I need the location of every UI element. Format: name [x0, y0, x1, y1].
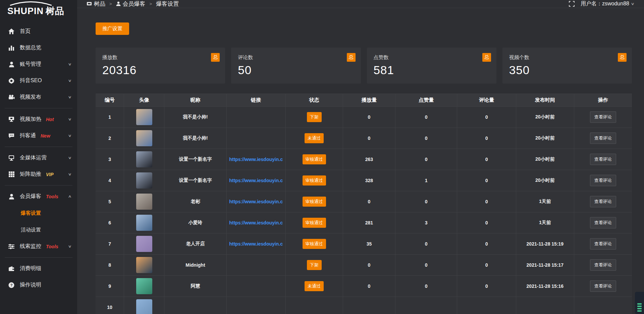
cell-likes: 0 — [395, 128, 457, 149]
table-header-昵称: 昵称 — [164, 94, 226, 107]
fullscreen-icon[interactable] — [569, 1, 575, 7]
cell-link: https://www.iesdouyin.c — [226, 212, 285, 233]
total-badge: 总 — [211, 53, 220, 62]
cell-time: 20小时前 — [516, 149, 574, 170]
sidebar-item-数据总览[interactable]: 数据总览 — [0, 40, 77, 56]
avatar — [136, 299, 152, 314]
sidebar-item-首页[interactable]: 首页 — [0, 23, 77, 40]
cell-likes: 1 — [395, 170, 457, 191]
cell-likes — [395, 297, 457, 314]
sidebar-subitem-活动设置[interactable]: 活动设置 — [0, 221, 77, 238]
avatar — [136, 236, 152, 252]
cell-plays: 0 — [343, 191, 395, 212]
avatar — [136, 257, 152, 273]
video-link[interactable]: https://www.iesdouyin.c — [227, 157, 285, 162]
cell-action: 查看评论 — [574, 107, 632, 128]
table-row: 7老人开店https://www.iesdouyin.c审核通过35002021… — [96, 233, 632, 255]
cell-comments: 0 — [457, 149, 516, 170]
cell-link: https://www.iesdouyin.c — [226, 191, 285, 212]
cell-avatar — [124, 170, 164, 191]
avatar — [136, 278, 152, 294]
table-row: 9阿慧未通过0002021-11-28 15:16查看评论 — [96, 276, 632, 297]
sidebar-item-账号管理[interactable]: 账号管理∨ — [0, 56, 77, 72]
floating-widget[interactable] — [635, 292, 644, 314]
cell-link: https://www.iesdouyin.c — [226, 149, 285, 170]
widget-bar — [637, 306, 642, 307]
view-comments-button[interactable]: 查看评论 — [590, 217, 616, 228]
view-comments-button[interactable]: 查看评论 — [590, 238, 616, 250]
widget-bar — [637, 308, 642, 309]
cell-nickname: 设置一个新名字 — [164, 149, 226, 170]
avatar — [136, 130, 152, 146]
status-badge: 未通过 — [305, 281, 324, 291]
table-row: 5老彬https://www.iesdouyin.c审核通过0001天前查看评论 — [96, 191, 632, 212]
cell-plays: 35 — [343, 233, 395, 255]
breadcrumb-item-member[interactable]: 会员爆客 — [116, 0, 146, 8]
sidebar-item-操作说明[interactable]: ?操作说明 — [0, 277, 77, 293]
sidebar-item-线索监控[interactable]: 线索监控Tools∨ — [0, 238, 77, 255]
logo-text-cn: 树品 — [46, 7, 64, 16]
table-header-播放量: 播放量 — [343, 94, 395, 107]
widget-bar — [637, 310, 642, 312]
sidebar-subitem-爆客设置[interactable]: 爆客设置 — [0, 205, 77, 221]
cell-number: 5 — [96, 191, 124, 212]
cell-plays — [343, 297, 395, 314]
stat-card-label: 点赞数 — [374, 54, 490, 61]
cell-number: 7 — [96, 233, 124, 255]
grid-icon — [8, 171, 15, 178]
cell-link — [226, 107, 285, 128]
video-link[interactable]: https://www.iesdouyin.c — [227, 178, 285, 183]
cell-avatar — [124, 191, 164, 212]
username-dropdown[interactable]: 用户名：zswodun88 ∨ — [581, 0, 634, 7]
status-badge: 审核通过 — [303, 175, 326, 186]
sidebar-item-消费明细[interactable]: 消费明细 — [0, 260, 77, 277]
cell-plays: 328 — [343, 170, 395, 191]
promotion-settings-button[interactable]: 推广设置 — [96, 22, 129, 35]
table-header-编号: 编号 — [96, 94, 124, 107]
cell-plays: 0 — [343, 255, 395, 276]
view-comments-button[interactable]: 查看评论 — [590, 196, 616, 207]
cell-avatar — [124, 233, 164, 255]
video-link[interactable]: https://www.iesdouyin.c — [227, 220, 285, 225]
widget-bar — [637, 303, 642, 305]
cell-time: 1天前 — [516, 212, 574, 233]
sidebar-item-label: 视频加热 — [20, 116, 41, 123]
view-comments-button[interactable]: 查看评论 — [590, 259, 616, 271]
video-link[interactable]: https://www.iesdouyin.c — [227, 199, 285, 204]
sidebar-item-会员爆客[interactable]: 会员爆客Tools∧ — [0, 188, 77, 205]
cell-plays: 0 — [343, 276, 395, 297]
cell-likes: 0 — [395, 276, 457, 297]
topbar: 树品 > 会员爆客 > 爆客设置 用户名：zswodun88 ∨ — [77, 0, 644, 8]
stat-card-value: 20316 — [102, 63, 219, 77]
cell-status: 下架 — [285, 107, 343, 128]
video-icon — [8, 94, 15, 101]
video-table-wrap: 编号头像昵称链接状态播放量点赞量评论量发布时间操作 1我不是小帅!下架00020… — [96, 94, 632, 314]
app-logo[interactable]: SHUPIN 树品 — [0, 0, 77, 19]
sidebar-item-矩阵助推[interactable]: 矩阵助推VIP∨ — [0, 166, 77, 182]
breadcrumb-item-home[interactable]: 树品 — [87, 0, 105, 8]
cell-comments: 0 — [457, 170, 516, 191]
cell-status: 未通过 — [285, 276, 343, 297]
stat-card-label: 视频个数 — [509, 54, 626, 61]
view-comments-button[interactable]: 查看评论 — [590, 280, 616, 292]
sidebar-divider — [5, 185, 72, 186]
view-comments-button[interactable]: 查看评论 — [590, 111, 616, 123]
video-link[interactable]: https://www.iesdouyin.c — [227, 241, 285, 247]
sidebar-item-抖客通[interactable]: 抖客通New∨ — [0, 127, 77, 144]
cell-avatar — [124, 297, 164, 314]
cell-action: 查看评论 — [574, 276, 632, 297]
sidebar-item-视频发布[interactable]: 视频发布∨ — [0, 89, 77, 105]
sidebar-item-视频加热[interactable]: 视频加热Hot∨ — [0, 111, 77, 127]
cell-comments: 0 — [457, 128, 516, 149]
sidebar-item-抖音SEO[interactable]: 抖音SEO∨ — [0, 72, 77, 89]
avatar — [136, 172, 152, 189]
sidebar-divider — [5, 257, 72, 258]
screen-icon — [87, 2, 92, 6]
view-comments-button[interactable]: 查看评论 — [590, 154, 616, 165]
table-header-评论量: 评论量 — [457, 94, 516, 107]
sidebar-item-全媒体运营[interactable]: 全媒体运营∨ — [0, 150, 77, 166]
view-comments-button[interactable]: 查看评论 — [590, 175, 616, 186]
sidebar-item-label: 矩阵助推 — [20, 171, 41, 178]
view-comments-button[interactable]: 查看评论 — [590, 133, 616, 144]
sidebar-item-label: 抖客通 — [20, 132, 36, 139]
